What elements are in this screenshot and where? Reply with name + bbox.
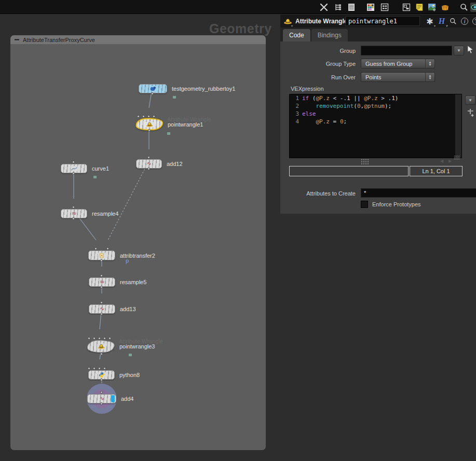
eye-icon[interactable] (470, 3, 476, 12)
panel-grid-icon[interactable] (380, 3, 389, 12)
code-line: 1if (@P.z < -.1 || @P.z > .1) (290, 94, 461, 102)
node-label: resample5 (120, 279, 146, 285)
node-connector[interactable] (142, 115, 145, 118)
group-type-menu[interactable]: Guess from Group ▲▼ (361, 59, 435, 68)
template-flag[interactable] (167, 132, 170, 135)
node-connector[interactable] (88, 337, 90, 340)
node-label: resample4 (92, 211, 118, 217)
network-editor[interactable]: AttributeTransferProxyCurve testgeometry… (10, 35, 266, 450)
resize-handle-icon[interactable] (361, 159, 362, 160)
node-connector[interactable] (72, 172, 75, 175)
node-name-input[interactable] (345, 16, 420, 26)
image-add-icon[interactable] (427, 3, 437, 12)
node-connector[interactable] (100, 286, 103, 288)
node-connector[interactable] (100, 274, 103, 277)
rubbertoy-icon (149, 86, 157, 92)
palette-grid-icon[interactable] (366, 3, 375, 12)
run-over-menu[interactable]: Points ▲▼ (361, 72, 435, 82)
node-label: add13 (120, 306, 136, 312)
node-pointwrangle3[interactable] (87, 340, 115, 353)
help-icon[interactable]: ? (471, 16, 476, 26)
node-connector[interactable] (137, 115, 140, 118)
node-connector[interactable] (148, 129, 151, 132)
node-hat-icon[interactable]: ▾ (283, 18, 292, 25)
node-connector[interactable] (106, 247, 109, 250)
node-type-title: Attribute Wrangle (295, 18, 347, 25)
enforce-prototypes-checkbox[interactable] (361, 201, 368, 208)
network-canvas[interactable]: testgeometry_rubbertoy1Attribute Wrangle… (10, 44, 266, 450)
node-connector[interactable] (103, 367, 106, 370)
node-connector[interactable] (151, 92, 154, 95)
node-connector[interactable] (100, 402, 103, 405)
line-number: 2 (290, 102, 302, 110)
shelf-basket-icon[interactable] (440, 3, 450, 12)
node-connector[interactable] (100, 301, 103, 304)
node-connector[interactable] (88, 367, 90, 370)
node-connector[interactable] (72, 217, 75, 220)
node-connector[interactable] (103, 337, 106, 340)
code-token: 0 (357, 102, 361, 110)
enforce-prototypes-label: Enforce Prototypes (372, 201, 421, 207)
sticky-note-icon[interactable] (415, 3, 424, 12)
network-tree-icon[interactable] (334, 3, 343, 12)
wrangle-hat-icon (97, 343, 105, 350)
scroll-left-icon[interactable]: ◀ (440, 159, 443, 163)
list-icon[interactable] (347, 3, 356, 12)
scroll-right-icon[interactable]: ▶ (448, 159, 452, 163)
code-token: ; (344, 118, 347, 125)
node-connector[interactable] (100, 313, 103, 315)
node-connector[interactable] (100, 379, 103, 381)
template-flag[interactable] (173, 96, 176, 99)
search-icon[interactable] (459, 3, 469, 12)
code-token: @P.z (316, 118, 330, 125)
attributes-to-create-input[interactable]: * (361, 188, 476, 198)
node-connector[interactable] (72, 206, 75, 208)
code-token: @P.z (316, 94, 330, 102)
node-connector[interactable] (147, 115, 150, 118)
code-token: 0 (340, 118, 344, 125)
houdini-badge-icon[interactable]: H▾ (437, 16, 447, 26)
node-connector[interactable] (98, 337, 101, 340)
node-connector[interactable] (100, 259, 103, 262)
node-connector[interactable] (153, 115, 155, 118)
node-connector[interactable] (72, 161, 75, 163)
snippet-dropdown-button[interactable]: ▼ (465, 95, 475, 105)
node-connector[interactable] (147, 167, 150, 170)
code-token: ); (385, 102, 391, 110)
template-flag[interactable] (93, 176, 97, 178)
node-connector[interactable] (98, 367, 101, 370)
search-icon[interactable] (448, 16, 458, 26)
node-connector[interactable] (100, 353, 103, 355)
group-input[interactable] (361, 46, 452, 55)
vexpression-label: VEXpression (291, 86, 324, 92)
windows-icon[interactable] (402, 3, 411, 12)
gear-menu-icon[interactable]: ✱▾ (425, 16, 435, 26)
node-connector[interactable] (94, 247, 97, 250)
code-token: else (302, 110, 316, 118)
editor-scrollbar[interactable] (455, 94, 461, 158)
node-connector[interactable] (93, 367, 96, 370)
line-number: 3 (290, 110, 302, 118)
tab-bindings[interactable]: Bindings (311, 29, 348, 41)
expand-editor-icon[interactable] (466, 108, 474, 117)
node-connector[interactable] (108, 337, 111, 340)
tools-icon[interactable] (319, 3, 329, 12)
line-number: 1 (290, 94, 302, 102)
group-type-label: Group Type (293, 61, 356, 67)
info-icon[interactable]: i (459, 16, 470, 26)
line-number: 4 (290, 118, 302, 125)
node-connector[interactable] (100, 391, 103, 394)
node-connector[interactable] (147, 156, 150, 159)
code-line: 4 @P.z = 0; (290, 118, 461, 125)
group-dropdown-button[interactable]: ▼ (454, 46, 464, 55)
parameter-header: ▾ Attribute Wrangle ✱▾ H▾ i ? (280, 15, 476, 27)
tab-code[interactable]: Code (283, 29, 310, 41)
display-flag-bar[interactable] (111, 395, 115, 402)
node-connector[interactable] (93, 337, 96, 340)
select-pointer-icon[interactable] (467, 45, 474, 54)
group-label: Group (293, 48, 356, 54)
chevron-down-icon: ▾ (434, 24, 436, 27)
template-flag[interactable] (129, 354, 132, 356)
code-token (302, 118, 316, 125)
vex-code-editor[interactable]: 1if (@P.z < -.1 || @P.z > .1)2 removepoi… (289, 94, 462, 158)
